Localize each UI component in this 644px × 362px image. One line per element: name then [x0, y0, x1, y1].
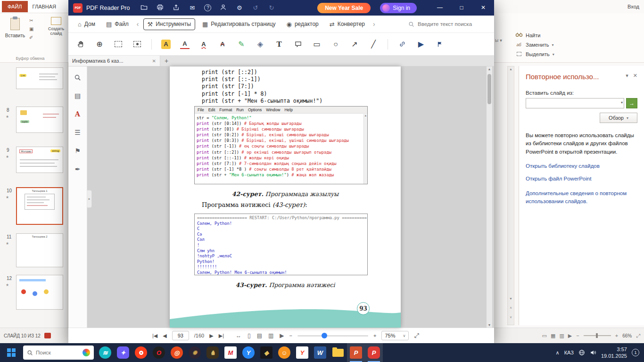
taskbar-game-icon-2[interactable]: ♞ [204, 343, 222, 362]
zoom-in-button[interactable]: + [373, 333, 376, 338]
sidebar-expand-handle[interactable]: ▸ [87, 190, 92, 208]
nav-tools[interactable]: ⚒Инструменты [143, 18, 195, 30]
zoom-percent[interactable]: 66% [622, 333, 632, 338]
go-button[interactable]: → [626, 98, 637, 108]
zoom-slider-thumb[interactable] [596, 333, 598, 338]
comment-icon[interactable] [293, 40, 303, 49]
pin-flag-icon[interactable] [435, 40, 445, 49]
fit-slide-icon[interactable]: ⤢ [636, 333, 640, 339]
taskbar-pdf-reader-icon[interactable]: P [365, 343, 383, 362]
network-icon[interactable] [578, 349, 585, 356]
play-annotation-icon[interactable]: ▶ [416, 40, 426, 49]
presentation-mode-icon[interactable]: ▶ [280, 332, 284, 339]
highlight-text-icon[interactable]: А [161, 40, 171, 49]
share-icon[interactable] [172, 4, 180, 12]
reading-view-icon[interactable]: ▥ [559, 333, 564, 339]
taskbar-search-input[interactable] [36, 350, 69, 355]
taskbar-game-icon-1[interactable]: ✹ [186, 343, 204, 362]
close-button[interactable]: ✕ [472, 0, 494, 16]
line-shape-icon[interactable]: ╱ [369, 40, 378, 49]
slide-thumbnail[interactable]: Жолдарstring [16, 147, 63, 173]
zoom-out-button[interactable]: − [576, 333, 579, 338]
squiggly-underline-icon[interactable]: А [199, 40, 208, 49]
ellipse-shape-icon[interactable]: ○ [331, 40, 340, 49]
taskbar-word-icon[interactable]: W [311, 343, 329, 362]
taskbar-ok-app-icon[interactable]: ☺ [275, 343, 293, 362]
help-icon[interactable]: ? [204, 4, 211, 11]
hand-tool-icon[interactable] [76, 40, 85, 49]
link-icon[interactable] [397, 40, 407, 49]
idle-menu-item[interactable]: Run [236, 107, 244, 112]
arrow-shape-icon[interactable]: ↗ [350, 40, 359, 49]
highlighter-pen-icon[interactable]: ✎ [237, 40, 246, 49]
start-button[interactable] [2, 343, 21, 362]
nav-file[interactable]: ▤Файл [102, 19, 132, 30]
zoom-in-button[interactable]: + [615, 333, 618, 338]
slide-thumbnail[interactable]: List [16, 67, 63, 89]
zoom-out-button[interactable]: − [289, 333, 292, 338]
taskbar-game-icon-3[interactable]: ◆ [257, 343, 275, 362]
taskbar-yandex-browser-icon[interactable] [132, 343, 150, 362]
notification-badge[interactable]: 1 [632, 349, 639, 356]
taskbar-search[interactable] [23, 346, 94, 360]
select-area-icon[interactable] [114, 40, 123, 49]
copy-icon[interactable]: ▣ [29, 26, 33, 32]
taskbar-mail-app-icon[interactable]: М [222, 343, 239, 362]
taskbar-folder-icon[interactable] [329, 343, 347, 362]
zoom-slider[interactable] [297, 335, 368, 337]
paste-button[interactable]: Вставить [4, 16, 26, 50]
idle-menu-item[interactable]: File [198, 107, 204, 112]
taskbar-yandex-app-icon[interactable]: Y [293, 343, 311, 362]
fit-width-icon[interactable]: ↔ [236, 332, 241, 339]
hidden-icons-chevron[interactable]: ∧ [556, 350, 560, 356]
two-page-view-icon[interactable]: ▥ [268, 332, 273, 339]
scroll-down-icon[interactable]: ▼ [487, 323, 492, 327]
new-year-sale-button[interactable]: New Year Sale [317, 3, 371, 13]
taskbar-messenger-app-icon[interactable]: ✦ [114, 343, 132, 362]
scroll-up-icon[interactable]: ▲ [487, 67, 492, 71]
search-panel-icon[interactable] [74, 73, 82, 82]
open-powerpoint-file-link[interactable]: Открыть файл PowerPoint [526, 176, 637, 181]
next-page-button[interactable]: ▶ [209, 333, 213, 339]
bookmarks-panel-icon[interactable]: ⚑ [74, 147, 82, 155]
new-tab-button[interactable]: + [160, 56, 173, 66]
undo-icon[interactable]: ↺ [251, 4, 259, 12]
nav-scroll-right[interactable]: › [372, 18, 376, 30]
volume-icon[interactable] [590, 349, 596, 356]
learn-more-link[interactable]: Дополнительные сведения о повторном испо… [526, 189, 637, 206]
text-box-icon[interactable]: Т [274, 40, 284, 49]
nav-edit-page[interactable]: ▦Редактировать страницу [198, 19, 280, 30]
slide-thumbnail[interactable] [16, 275, 63, 310]
pane-close-icon[interactable]: ✕ [633, 73, 637, 79]
ppt-file-tab[interactable]: ФАЙЛ [2, 1, 28, 12]
zoom-slider[interactable] [584, 335, 611, 336]
taskbar-social-app-icon[interactable]: Y [239, 343, 257, 362]
minimize-button[interactable]: — [429, 0, 451, 16]
idle-menu-item[interactable]: Window [266, 107, 280, 112]
zoom-slider-thumb[interactable] [322, 333, 327, 338]
browse-button[interactable]: Обзор ▾ [600, 113, 637, 123]
insert-slide-combobox[interactable] [526, 98, 624, 108]
slide-sorter-icon[interactable]: ▦ [551, 333, 555, 339]
pdf-scrollbar[interactable]: ▲ ▼ [487, 66, 492, 328]
ppt-scrollbar[interactable]: ▲ ▼ ∧ ∨ [507, 66, 514, 325]
single-page-icon[interactable]: ▯ [248, 332, 251, 339]
new-slide-button[interactable]: Создать слайд [44, 17, 68, 36]
thumbnails-panel-icon[interactable]: ▤ [74, 91, 82, 100]
nav-scroll-left[interactable]: ‹ [136, 18, 140, 30]
search-input[interactable] [418, 21, 488, 27]
combo-caret-icon[interactable]: ▾ [621, 100, 623, 105]
last-page-button[interactable]: ▶| [219, 333, 224, 339]
print-icon[interactable] [156, 4, 164, 12]
select-button[interactable]: Выделить▾ [515, 51, 554, 57]
maximize-button[interactable]: □ [451, 0, 472, 16]
annotations-panel-icon[interactable]: А [74, 110, 82, 118]
search-user-icon[interactable] [219, 4, 227, 12]
scroll-up-icon[interactable]: ▲ [508, 67, 514, 71]
slide-thumbnail[interactable]: Тапсырма 1 [16, 187, 63, 225]
open-file-icon[interactable] [140, 4, 148, 12]
ppt-home-tab[interactable]: ГЛАВНАЯ [28, 1, 61, 12]
replace-button[interactable]: абЗаменить▾ [515, 42, 554, 48]
underline-text-icon[interactable]: А [180, 40, 190, 49]
scrollbar-thumb[interactable] [487, 74, 491, 104]
